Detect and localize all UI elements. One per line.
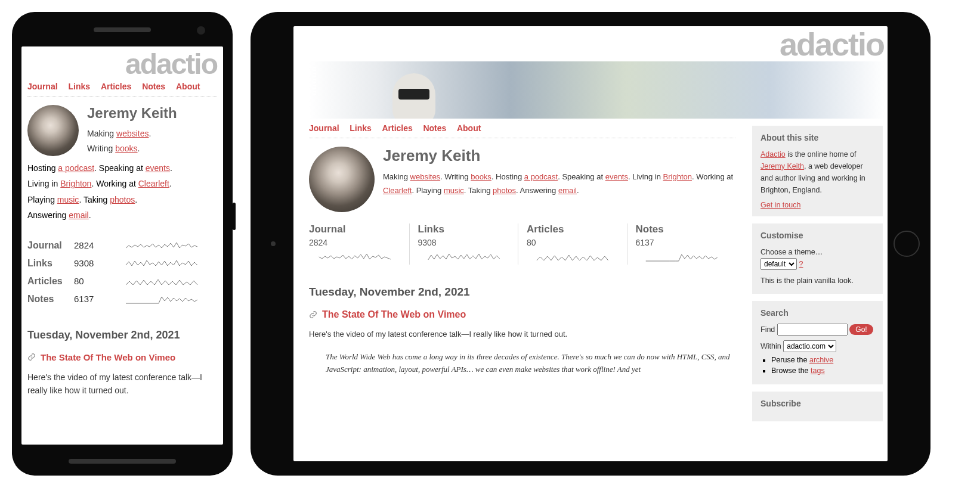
link-photos[interactable]: photos [493, 186, 516, 195]
avatar[interactable] [309, 147, 375, 212]
widget-about: About this site Adactio is the online ho… [752, 126, 883, 216]
stat-notes[interactable]: Notes 6137 [627, 223, 736, 265]
stat-journal[interactable]: Journal 2824 [27, 237, 217, 254]
search-input[interactable] [777, 324, 848, 336]
nav-links[interactable]: Links [68, 82, 90, 91]
bio-extra: Hosting a podcast. Speaking at events. L… [27, 160, 217, 223]
nav-journal[interactable]: Journal [309, 123, 339, 133]
sparkline-icon [418, 251, 510, 263]
link-books[interactable]: books [115, 144, 137, 153]
sparkline-icon [106, 293, 217, 305]
link-podcast[interactable]: a podcast [524, 172, 558, 181]
post-quote: The World Wide Web has come a long way i… [326, 351, 735, 376]
search-go-button[interactable]: Go! [849, 324, 873, 335]
bio-paragraph: Making websites. Writing books. Hosting … [383, 170, 735, 198]
nav-links[interactable]: Links [350, 123, 372, 133]
link-email[interactable]: email [69, 210, 88, 220]
link-contact[interactable]: Get in touch [760, 201, 800, 209]
widget-customise: Customise Choose a theme… default ? This… [752, 223, 883, 294]
sparkline-icon [527, 251, 619, 263]
link-websites[interactable]: websites [410, 172, 441, 181]
site-logo[interactable]: adactio [27, 51, 217, 77]
sparkline-icon [309, 251, 401, 263]
phone-screen: adactio Journal Links Articles Notes Abo… [21, 46, 223, 445]
within-label: Within [760, 342, 781, 350]
list-item: Browse the tags [771, 367, 874, 375]
within-select[interactable]: adactio.com [783, 340, 836, 352]
author-name: Jeremy Keith [383, 147, 735, 165]
post-title[interactable]: The State Of The Web on Vimeo [322, 309, 466, 320]
tablet-device: adactio Journal Links Articles Notes Abo… [251, 12, 930, 476]
post-excerpt: Here's the video of my latest conference… [27, 371, 217, 397]
link-tags[interactable]: tags [811, 367, 825, 375]
nav-bar: Journal Links Articles Notes About [27, 77, 217, 97]
permalink-icon[interactable] [309, 310, 317, 319]
widget-heading: Subscribe [760, 399, 874, 408]
link-brighton[interactable]: Brighton [60, 179, 91, 188]
widget-heading: Customise [760, 231, 874, 240]
widget-heading: Search [760, 308, 874, 318]
link-photos[interactable]: photos [110, 195, 135, 204]
stat-notes[interactable]: Notes 6137 [27, 290, 217, 308]
banner-image [309, 61, 885, 119]
avatar[interactable] [27, 105, 79, 156]
nav-bar: Journal Links Articles Notes About [309, 119, 735, 138]
link-clearleft[interactable]: Clearleft [138, 179, 169, 188]
link-podcast[interactable]: a podcast [58, 163, 94, 173]
phone-device: adactio Journal Links Articles Notes Abo… [12, 12, 233, 476]
link-music[interactable]: music [57, 195, 79, 204]
post-date: Tuesday, November 2nd, 2021 [27, 329, 217, 341]
post-date: Tuesday, November 2nd, 2021 [309, 285, 735, 299]
stormtrooper-icon [392, 73, 435, 119]
link-email[interactable]: email [558, 186, 577, 195]
nav-journal[interactable]: Journal [27, 82, 58, 91]
site-logo[interactable]: adactio [293, 26, 888, 59]
widget-search: Search Find Go! Within adactio.com Perus… [752, 301, 883, 384]
link-books[interactable]: books [471, 172, 491, 181]
stat-journal[interactable]: Journal 2824 [309, 223, 409, 265]
widget-subscribe: Subscribe [752, 392, 883, 421]
stat-articles[interactable]: Articles 80 [27, 272, 217, 290]
stat-articles[interactable]: Articles 80 [518, 223, 627, 265]
theme-select[interactable]: default [760, 258, 797, 270]
nav-articles[interactable]: Articles [382, 123, 412, 133]
find-label: Find [760, 325, 775, 334]
link-clearleft[interactable]: Clearleft [383, 186, 412, 195]
stat-links[interactable]: Links 9308 [409, 223, 518, 265]
sparkline-icon [106, 240, 217, 251]
author-name: Jeremy Keith [87, 105, 177, 122]
bio-line: Making websites. Writing books. [87, 126, 177, 156]
link-events[interactable]: events [605, 172, 628, 181]
nav-notes[interactable]: Notes [423, 123, 446, 133]
sparkline-icon [636, 251, 728, 263]
stats: Journal 2824 Links 9308 Articles 80 Note… [27, 237, 217, 308]
theme-desc: This is the plain vanilla look. [760, 275, 874, 287]
link-adactio[interactable]: Adactio [760, 150, 786, 159]
nav-notes[interactable]: Notes [142, 82, 165, 91]
theme-help-link[interactable]: ? [799, 260, 803, 268]
widget-heading: About this site [760, 133, 874, 142]
link-websites[interactable]: websites [116, 129, 149, 138]
nav-about[interactable]: About [457, 123, 481, 133]
list-item: Peruse the archive [771, 356, 874, 364]
link-jeremy-keith[interactable]: Jeremy Keith [760, 162, 804, 170]
post-excerpt: Here's the video of my latest conference… [309, 328, 735, 341]
nav-about[interactable]: About [176, 82, 200, 91]
link-events[interactable]: events [146, 163, 170, 173]
post-title[interactable]: The State Of The Web on Vimeo [41, 352, 175, 362]
sparkline-icon [106, 275, 217, 287]
theme-label: Choose a theme… [760, 246, 874, 258]
sparkline-icon [106, 257, 217, 269]
link-archive[interactable]: archive [809, 356, 833, 364]
tablet-screen: adactio Journal Links Articles Notes Abo… [293, 26, 888, 461]
link-music[interactable]: music [444, 186, 464, 195]
link-brighton[interactable]: Brighton [663, 172, 692, 181]
stat-links[interactable]: Links 9308 [27, 254, 217, 272]
stats: Journal 2824 Links 9308 Articles 80 [309, 223, 735, 265]
nav-articles[interactable]: Articles [101, 82, 131, 91]
permalink-icon[interactable] [27, 353, 36, 361]
